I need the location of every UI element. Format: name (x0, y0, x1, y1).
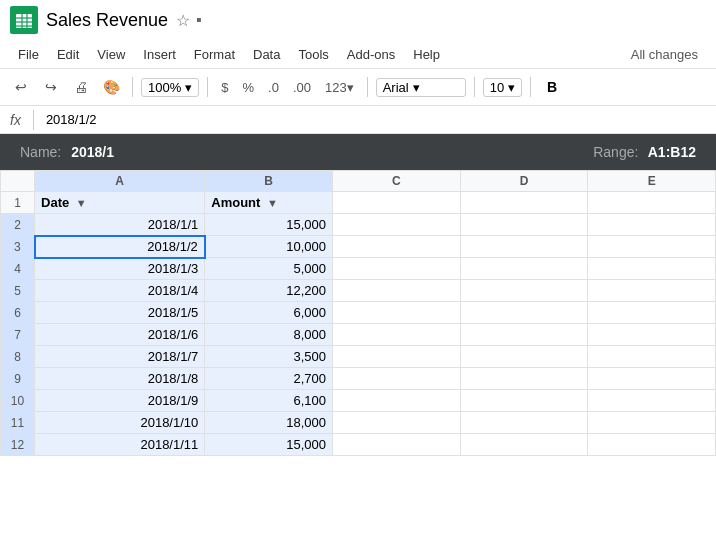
amount-filter-icon[interactable]: ▼ (267, 197, 278, 209)
cell-d12[interactable] (460, 434, 588, 456)
currency-button[interactable]: $ (216, 79, 233, 96)
row-num-8[interactable]: 8 (1, 346, 35, 368)
cell-b8[interactable]: 3,500 (205, 346, 333, 368)
cell-a7[interactable]: 2018/1/6 (35, 324, 205, 346)
cell-c5[interactable] (332, 280, 460, 302)
star-icon[interactable]: ☆ (176, 11, 190, 30)
row-num-5[interactable]: 5 (1, 280, 35, 302)
cell-c7[interactable] (332, 324, 460, 346)
cell-e2[interactable] (588, 214, 716, 236)
cell-c10[interactable] (332, 390, 460, 412)
cell-c4[interactable] (332, 258, 460, 280)
menu-addons[interactable]: Add-ons (339, 44, 403, 65)
cell-b7[interactable]: 8,000 (205, 324, 333, 346)
menu-help[interactable]: Help (405, 44, 448, 65)
row-num-3[interactable]: 3 (1, 236, 35, 258)
cell-a10[interactable]: 2018/1/9 (35, 390, 205, 412)
col-header-d[interactable]: D (460, 171, 588, 192)
row-num-12[interactable]: 12 (1, 434, 35, 456)
cell-e6[interactable] (588, 302, 716, 324)
cell-d1[interactable] (460, 192, 588, 214)
cell-e1[interactable] (588, 192, 716, 214)
menu-format[interactable]: Format (186, 44, 243, 65)
cell-a9[interactable]: 2018/1/8 (35, 368, 205, 390)
col-header-e[interactable]: E (588, 171, 716, 192)
cell-a2[interactable]: 2018/1/1 (35, 214, 205, 236)
zoom-control[interactable]: 100% ▾ (141, 78, 199, 97)
cell-e7[interactable] (588, 324, 716, 346)
cell-d6[interactable] (460, 302, 588, 324)
cell-c11[interactable] (332, 412, 460, 434)
col-header-b[interactable]: B (205, 171, 333, 192)
redo-button[interactable]: ↪ (38, 74, 64, 100)
row-num-6[interactable]: 6 (1, 302, 35, 324)
cell-e5[interactable] (588, 280, 716, 302)
cell-e8[interactable] (588, 346, 716, 368)
cell-b6[interactable]: 6,000 (205, 302, 333, 324)
menu-view[interactable]: View (89, 44, 133, 65)
menu-tools[interactable]: Tools (290, 44, 336, 65)
print-button[interactable]: 🖨 (68, 74, 94, 100)
cell-c2[interactable] (332, 214, 460, 236)
cell-a1[interactable]: Date ▼ (35, 192, 205, 214)
cell-d11[interactable] (460, 412, 588, 434)
cell-b9[interactable]: 2,700 (205, 368, 333, 390)
row-num-1[interactable]: 1 (1, 192, 35, 214)
cell-b1[interactable]: Amount ▼ (205, 192, 333, 214)
paint-format-button[interactable]: 🎨 (98, 74, 124, 100)
decimal2-button[interactable]: .00 (288, 79, 316, 96)
cell-b11[interactable]: 18,000 (205, 412, 333, 434)
percent-button[interactable]: % (237, 79, 259, 96)
cell-e10[interactable] (588, 390, 716, 412)
cell-c12[interactable] (332, 434, 460, 456)
font-selector[interactable]: Arial ▾ (376, 78, 466, 97)
cell-c1[interactable] (332, 192, 460, 214)
folder-icon[interactable]: ▪ (196, 11, 202, 29)
cell-b2[interactable]: 15,000 (205, 214, 333, 236)
row-num-11[interactable]: 11 (1, 412, 35, 434)
cell-d2[interactable] (460, 214, 588, 236)
cell-e3[interactable] (588, 236, 716, 258)
cell-d5[interactable] (460, 280, 588, 302)
cell-c8[interactable] (332, 346, 460, 368)
cell-e12[interactable] (588, 434, 716, 456)
cell-a6[interactable]: 2018/1/5 (35, 302, 205, 324)
cell-d3[interactable] (460, 236, 588, 258)
cell-d4[interactable] (460, 258, 588, 280)
cell-e9[interactable] (588, 368, 716, 390)
cell-b3[interactable]: 10,000 (205, 236, 333, 258)
row-num-4[interactable]: 4 (1, 258, 35, 280)
menu-file[interactable]: File (10, 44, 47, 65)
cell-a11[interactable]: 2018/1/10 (35, 412, 205, 434)
cell-b5[interactable]: 12,200 (205, 280, 333, 302)
col-header-a[interactable]: A (35, 171, 205, 192)
cell-c9[interactable] (332, 368, 460, 390)
spreadsheet-container[interactable]: A B C D E 1 Date ▼ Amount ▼ (0, 170, 716, 456)
cell-a12[interactable]: 2018/1/11 (35, 434, 205, 456)
cell-b4[interactable]: 5,000 (205, 258, 333, 280)
row-num-7[interactable]: 7 (1, 324, 35, 346)
cell-d7[interactable] (460, 324, 588, 346)
cell-a5[interactable]: 2018/1/4 (35, 280, 205, 302)
cell-a3[interactable]: 2018/1/2 (35, 236, 205, 258)
cell-a4[interactable]: 2018/1/3 (35, 258, 205, 280)
cell-c6[interactable] (332, 302, 460, 324)
cell-b10[interactable]: 6,100 (205, 390, 333, 412)
row-num-10[interactable]: 10 (1, 390, 35, 412)
row-num-2[interactable]: 2 (1, 214, 35, 236)
menu-edit[interactable]: Edit (49, 44, 87, 65)
cell-a8[interactable]: 2018/1/7 (35, 346, 205, 368)
row-num-9[interactable]: 9 (1, 368, 35, 390)
cell-d9[interactable] (460, 368, 588, 390)
format123-button[interactable]: 123▾ (320, 79, 359, 96)
cell-e4[interactable] (588, 258, 716, 280)
undo-button[interactable]: ↩ (8, 74, 34, 100)
cell-b12[interactable]: 15,000 (205, 434, 333, 456)
cell-c3[interactable] (332, 236, 460, 258)
menu-all-changes[interactable]: All changes (623, 44, 706, 65)
bold-button[interactable]: B (539, 74, 565, 100)
decimal0-button[interactable]: .0 (263, 79, 284, 96)
cell-e11[interactable] (588, 412, 716, 434)
date-filter-icon[interactable]: ▼ (76, 197, 87, 209)
col-header-c[interactable]: C (332, 171, 460, 192)
